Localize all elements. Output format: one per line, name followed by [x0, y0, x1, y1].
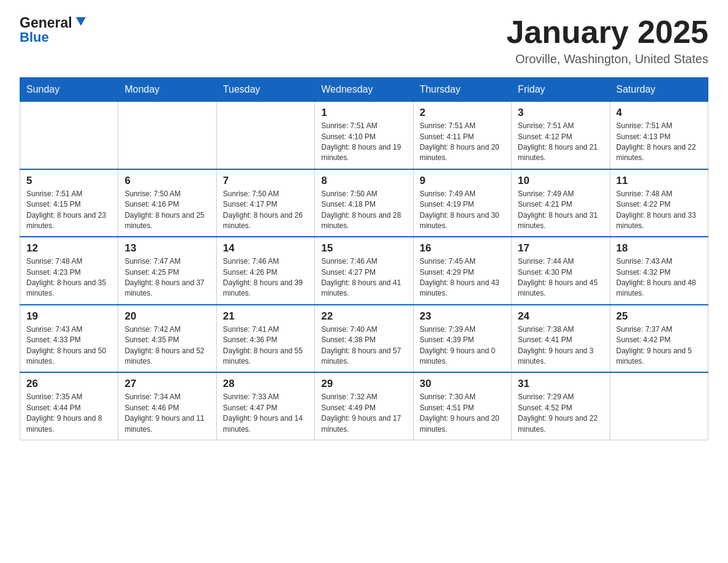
day-info: Sunrise: 7:38 AMSunset: 4:41 PMDaylight:… [518, 324, 603, 367]
calendar-cell: 9Sunrise: 7:49 AMSunset: 4:19 PMDaylight… [413, 169, 511, 237]
day-info: Sunrise: 7:39 AMSunset: 4:39 PMDaylight:… [420, 324, 505, 367]
day-number: 2 [420, 107, 505, 119]
day-info: Sunrise: 7:51 AMSunset: 4:13 PMDaylight:… [616, 121, 702, 164]
day-info: Sunrise: 7:29 AMSunset: 4:52 PMDaylight:… [518, 392, 603, 435]
day-number: 7 [223, 175, 308, 187]
day-number: 21 [223, 310, 308, 323]
calendar-cell [20, 102, 118, 169]
calendar-cell: 21Sunrise: 7:41 AMSunset: 4:36 PMDayligh… [216, 305, 314, 373]
calendar-cell: 25Sunrise: 7:37 AMSunset: 4:42 PMDayligh… [610, 305, 708, 373]
calendar-header-saturday: Saturday [610, 78, 708, 102]
calendar-cell: 1Sunrise: 7:51 AMSunset: 4:10 PMDaylight… [315, 102, 413, 169]
day-number: 29 [321, 378, 406, 390]
day-number: 3 [518, 107, 603, 119]
day-number: 19 [26, 310, 112, 323]
calendar-cell: 5Sunrise: 7:51 AMSunset: 4:15 PMDaylight… [20, 169, 118, 237]
calendar-cell: 10Sunrise: 7:49 AMSunset: 4:21 PMDayligh… [512, 169, 610, 237]
calendar-cell: 2Sunrise: 7:51 AMSunset: 4:11 PMDaylight… [413, 102, 511, 169]
day-info: Sunrise: 7:50 AMSunset: 4:17 PMDaylight:… [223, 189, 308, 232]
calendar-cell: 20Sunrise: 7:42 AMSunset: 4:35 PMDayligh… [118, 305, 216, 373]
day-number: 9 [420, 175, 505, 187]
day-info: Sunrise: 7:45 AMSunset: 4:29 PMDaylight:… [420, 256, 505, 299]
logo-arrow-icon [74, 15, 88, 28]
day-number: 24 [518, 310, 603, 323]
day-info: Sunrise: 7:48 AMSunset: 4:23 PMDaylight:… [26, 256, 112, 299]
day-info: Sunrise: 7:47 AMSunset: 4:25 PMDaylight:… [124, 256, 210, 299]
day-info: Sunrise: 7:46 AMSunset: 4:26 PMDaylight:… [223, 256, 308, 299]
calendar-cell: 24Sunrise: 7:38 AMSunset: 4:41 PMDayligh… [512, 305, 610, 373]
day-number: 15 [321, 242, 406, 255]
calendar-cell: 27Sunrise: 7:34 AMSunset: 4:46 PMDayligh… [118, 372, 216, 440]
day-number: 30 [420, 378, 505, 390]
calendar-week-2: 5Sunrise: 7:51 AMSunset: 4:15 PMDaylight… [20, 169, 708, 237]
calendar-cell [118, 102, 216, 169]
day-number: 18 [616, 242, 702, 255]
calendar-cell: 15Sunrise: 7:46 AMSunset: 4:27 PMDayligh… [315, 237, 413, 305]
day-number: 22 [321, 310, 406, 323]
calendar-cell: 31Sunrise: 7:29 AMSunset: 4:52 PMDayligh… [512, 372, 610, 440]
day-info: Sunrise: 7:51 AMSunset: 4:10 PMDaylight:… [321, 121, 406, 164]
calendar-week-5: 26Sunrise: 7:35 AMSunset: 4:44 PMDayligh… [20, 372, 708, 440]
day-info: Sunrise: 7:49 AMSunset: 4:19 PMDaylight:… [420, 189, 505, 232]
day-info: Sunrise: 7:51 AMSunset: 4:12 PMDaylight:… [518, 121, 603, 164]
calendar-header-tuesday: Tuesday [216, 78, 314, 102]
day-info: Sunrise: 7:41 AMSunset: 4:36 PMDaylight:… [223, 324, 308, 367]
calendar-cell: 18Sunrise: 7:43 AMSunset: 4:32 PMDayligh… [610, 237, 708, 305]
day-number: 13 [124, 242, 210, 255]
day-number: 1 [321, 107, 406, 119]
logo-blue-text: Blue [20, 30, 49, 45]
calendar-cell: 13Sunrise: 7:47 AMSunset: 4:25 PMDayligh… [118, 237, 216, 305]
month-title: January 2025 [506, 15, 708, 50]
calendar-cell [610, 372, 708, 440]
day-info: Sunrise: 7:35 AMSunset: 4:44 PMDaylight:… [26, 392, 112, 435]
day-number: 11 [616, 175, 702, 187]
calendar-cell: 30Sunrise: 7:30 AMSunset: 4:51 PMDayligh… [413, 372, 511, 440]
logo: General Blue [20, 15, 88, 45]
calendar-cell: 11Sunrise: 7:48 AMSunset: 4:22 PMDayligh… [610, 169, 708, 237]
day-info: Sunrise: 7:46 AMSunset: 4:27 PMDaylight:… [321, 256, 406, 299]
calendar-week-1: 1Sunrise: 7:51 AMSunset: 4:10 PMDaylight… [20, 102, 708, 169]
calendar-cell: 17Sunrise: 7:44 AMSunset: 4:30 PMDayligh… [512, 237, 610, 305]
day-number: 14 [223, 242, 308, 255]
calendar-header-monday: Monday [118, 78, 216, 102]
calendar-header-row: SundayMondayTuesdayWednesdayThursdayFrid… [20, 78, 708, 102]
day-info: Sunrise: 7:33 AMSunset: 4:47 PMDaylight:… [223, 392, 308, 435]
day-info: Sunrise: 7:48 AMSunset: 4:22 PMDaylight:… [616, 189, 702, 232]
location-title: Oroville, Washington, United States [506, 52, 708, 66]
calendar-cell: 19Sunrise: 7:43 AMSunset: 4:33 PMDayligh… [20, 305, 118, 373]
day-info: Sunrise: 7:32 AMSunset: 4:49 PMDaylight:… [321, 392, 406, 435]
day-info: Sunrise: 7:51 AMSunset: 4:15 PMDaylight:… [26, 189, 112, 232]
calendar-cell: 23Sunrise: 7:39 AMSunset: 4:39 PMDayligh… [413, 305, 511, 373]
calendar-cell: 26Sunrise: 7:35 AMSunset: 4:44 PMDayligh… [20, 372, 118, 440]
calendar-cell [216, 102, 314, 169]
day-number: 10 [518, 175, 603, 187]
calendar-cell: 22Sunrise: 7:40 AMSunset: 4:38 PMDayligh… [315, 305, 413, 373]
svg-marker-0 [76, 17, 86, 26]
day-info: Sunrise: 7:30 AMSunset: 4:51 PMDaylight:… [420, 392, 505, 435]
day-info: Sunrise: 7:50 AMSunset: 4:18 PMDaylight:… [321, 189, 406, 232]
day-info: Sunrise: 7:42 AMSunset: 4:35 PMDaylight:… [124, 324, 210, 367]
calendar-cell: 14Sunrise: 7:46 AMSunset: 4:26 PMDayligh… [216, 237, 314, 305]
day-info: Sunrise: 7:43 AMSunset: 4:32 PMDaylight:… [616, 256, 702, 299]
day-info: Sunrise: 7:40 AMSunset: 4:38 PMDaylight:… [321, 324, 406, 367]
calendar-header-wednesday: Wednesday [315, 78, 413, 102]
calendar-cell: 6Sunrise: 7:50 AMSunset: 4:16 PMDaylight… [118, 169, 216, 237]
day-number: 23 [420, 310, 505, 323]
day-number: 4 [616, 107, 702, 119]
day-info: Sunrise: 7:43 AMSunset: 4:33 PMDaylight:… [26, 324, 112, 367]
day-number: 31 [518, 378, 603, 390]
calendar-cell: 8Sunrise: 7:50 AMSunset: 4:18 PMDaylight… [315, 169, 413, 237]
logo-general-text: General [20, 15, 72, 31]
calendar-cell: 3Sunrise: 7:51 AMSunset: 4:12 PMDaylight… [512, 102, 610, 169]
calendar-week-3: 12Sunrise: 7:48 AMSunset: 4:23 PMDayligh… [20, 237, 708, 305]
title-block: January 2025 Oroville, Washington, Unite… [506, 15, 708, 66]
day-info: Sunrise: 7:49 AMSunset: 4:21 PMDaylight:… [518, 189, 603, 232]
calendar-cell: 7Sunrise: 7:50 AMSunset: 4:17 PMDaylight… [216, 169, 314, 237]
day-info: Sunrise: 7:50 AMSunset: 4:16 PMDaylight:… [124, 189, 210, 232]
calendar-table: SundayMondayTuesdayWednesdayThursdayFrid… [20, 77, 708, 440]
calendar-header-sunday: Sunday [20, 78, 118, 102]
day-info: Sunrise: 7:37 AMSunset: 4:42 PMDaylight:… [616, 324, 702, 367]
calendar-header-friday: Friday [512, 78, 610, 102]
calendar-cell: 16Sunrise: 7:45 AMSunset: 4:29 PMDayligh… [413, 237, 511, 305]
calendar-week-4: 19Sunrise: 7:43 AMSunset: 4:33 PMDayligh… [20, 305, 708, 373]
